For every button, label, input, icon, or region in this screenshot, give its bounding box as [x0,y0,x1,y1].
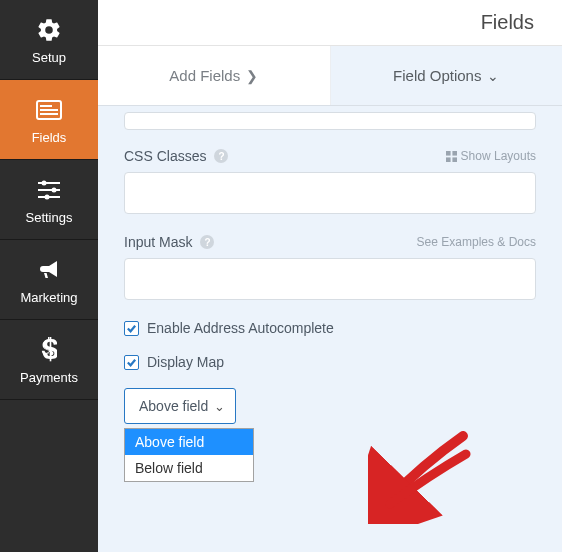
autocomplete-row: Enable Address Autocomplete [124,320,536,336]
css-classes-label: CSS Classes [124,148,206,164]
svg-point-9 [45,195,50,200]
check-icon [126,323,137,334]
help-icon[interactable]: ? [214,149,228,163]
option-above-field[interactable]: Above field [125,429,253,455]
css-classes-input[interactable] [124,172,536,214]
svg-rect-11 [446,151,451,156]
chevron-down-icon: ⌄ [487,68,499,84]
display-map-row: Display Map [124,354,536,370]
display-map-label: Display Map [147,354,224,370]
sidebar-item-fields[interactable]: Fields [0,80,98,160]
map-position-select[interactable]: Above field ⌄ [124,388,236,424]
svg-rect-14 [452,157,457,162]
field-options-panel: CSS Classes ? Show Layouts Input Mask ? … [98,106,562,552]
tab-field-options[interactable]: Field Options ⌄ [330,46,563,105]
svg-rect-2 [40,109,58,111]
input-mask-label: Input Mask [124,234,192,250]
chevron-right-icon: ❯ [246,68,258,84]
autocomplete-checkbox[interactable] [124,321,139,336]
previous-input[interactable] [124,112,536,130]
sidebar: Setup Fields Settings Marketing $ Paymen… [0,0,98,552]
map-position-field: Above field ⌄ Above field Below field [124,388,536,482]
map-position-dropdown: Above field Below field [124,428,254,482]
input-mask-row: Input Mask ? See Examples & Docs [124,234,536,300]
examples-docs-link[interactable]: See Examples & Docs [417,235,536,249]
tab-add-fields[interactable]: Add Fields ❯ [98,46,330,105]
sidebar-item-marketing[interactable]: Marketing [0,240,98,320]
svg-rect-1 [40,105,52,107]
sliders-icon [36,176,62,204]
sidebar-item-setup[interactable]: Setup [0,0,98,80]
tabs: Add Fields ❯ Field Options ⌄ [98,46,562,106]
sidebar-item-label: Fields [32,130,67,145]
page-title: Fields [481,11,534,34]
autocomplete-label: Enable Address Autocomplete [147,320,334,336]
grid-icon [446,151,457,162]
select-value: Above field [139,398,208,414]
sidebar-item-payments[interactable]: $ Payments [0,320,98,400]
input-mask-input[interactable] [124,258,536,300]
help-icon[interactable]: ? [200,235,214,249]
display-map-checkbox[interactable] [124,355,139,370]
form-icon [36,96,62,124]
show-layouts-link[interactable]: Show Layouts [446,149,536,163]
svg-rect-12 [452,151,457,156]
sidebar-item-label: Payments [20,370,78,385]
main: Fields Add Fields ❯ Field Options ⌄ CSS … [98,0,562,552]
svg-rect-3 [40,113,58,115]
sidebar-item-settings[interactable]: Settings [0,160,98,240]
sidebar-item-label: Settings [26,210,73,225]
svg-rect-13 [446,157,451,162]
svg-point-7 [52,188,57,193]
option-below-field[interactable]: Below field [125,455,253,481]
sidebar-item-label: Setup [32,50,66,65]
check-icon [126,357,137,368]
topbar: Fields [98,0,562,46]
chevron-down-icon: ⌄ [214,399,225,414]
sidebar-item-label: Marketing [20,290,77,305]
svg-text:$: $ [43,337,58,363]
svg-point-5 [42,181,47,186]
bullhorn-icon [36,256,62,284]
dollar-icon: $ [41,336,57,364]
tab-label: Field Options [393,67,481,84]
gear-icon [36,16,62,44]
css-classes-row: CSS Classes ? Show Layouts [124,148,536,214]
tab-label: Add Fields [169,67,240,84]
